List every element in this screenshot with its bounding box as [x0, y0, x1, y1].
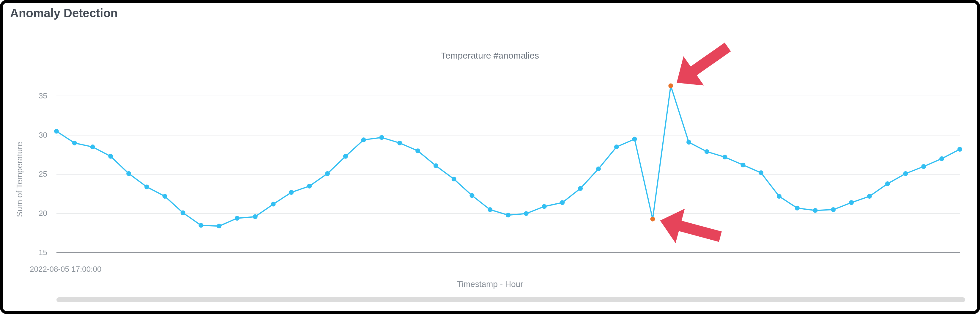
line-chart[interactable] — [21, 77, 966, 262]
data-point[interactable] — [54, 129, 59, 134]
anomaly-detection-panel: Anomaly Detection Temperature #anomalies… — [0, 0, 980, 314]
data-point[interactable] — [199, 223, 203, 228]
data-point[interactable] — [181, 210, 185, 215]
data-point[interactable] — [415, 148, 420, 153]
data-point[interactable] — [434, 163, 438, 168]
panel-title: Anomaly Detection — [10, 6, 118, 20]
y-tick-35: 35 — [39, 91, 47, 100]
data-point[interactable] — [578, 186, 583, 191]
y-tick-30: 30 — [39, 131, 47, 140]
data-point[interactable] — [108, 154, 113, 159]
data-point[interactable] — [542, 204, 547, 209]
data-point[interactable] — [90, 145, 95, 149]
chart-svg — [21, 77, 966, 262]
horizontal-scrollbar[interactable] — [56, 297, 965, 302]
anomaly-point[interactable] — [668, 83, 673, 88]
data-point[interactable] — [614, 145, 619, 149]
data-point[interactable] — [72, 141, 77, 145]
data-point[interactable] — [469, 193, 474, 198]
data-point[interactable] — [325, 171, 330, 176]
data-point[interactable] — [379, 135, 384, 140]
title-divider — [3, 24, 977, 24]
data-point[interactable] — [867, 194, 872, 199]
data-point[interactable] — [452, 177, 457, 182]
data-point[interactable] — [759, 171, 764, 175]
y-tick-15: 15 — [39, 248, 47, 257]
y-tick-25: 25 — [39, 169, 47, 179]
data-point[interactable] — [343, 154, 348, 159]
data-point[interactable] — [632, 137, 637, 142]
data-point[interactable] — [271, 202, 276, 207]
data-point[interactable] — [216, 224, 221, 228]
chart-title: Temperature #anomalies — [3, 51, 977, 61]
data-point[interactable] — [253, 214, 258, 219]
annotation-arrow — [667, 32, 738, 97]
data-point[interactable] — [849, 200, 854, 205]
data-point[interactable] — [488, 207, 492, 212]
data-point[interactable] — [397, 141, 402, 145]
data-point[interactable] — [939, 156, 944, 161]
data-point[interactable] — [235, 216, 240, 221]
data-point[interactable] — [723, 155, 727, 159]
data-point[interactable] — [831, 207, 835, 212]
data-point[interactable] — [145, 185, 149, 190]
data-point[interactable] — [705, 149, 709, 154]
data-point[interactable] — [596, 167, 601, 171]
data-point[interactable] — [126, 171, 131, 176]
data-line — [56, 86, 960, 226]
data-point[interactable] — [162, 194, 167, 199]
data-point[interactable] — [777, 194, 781, 199]
data-point[interactable] — [560, 200, 565, 205]
anomaly-point[interactable] — [650, 217, 655, 222]
data-point[interactable] — [740, 163, 745, 167]
annotation-arrow — [655, 203, 725, 254]
data-point[interactable] — [307, 184, 312, 188]
data-point[interactable] — [289, 190, 294, 195]
data-point[interactable] — [903, 171, 908, 176]
y-tick-20: 20 — [39, 209, 47, 218]
data-point[interactable] — [958, 147, 962, 151]
data-point[interactable] — [795, 206, 800, 210]
data-point[interactable] — [361, 137, 366, 142]
data-point[interactable] — [921, 164, 926, 169]
data-point[interactable] — [506, 213, 511, 217]
data-point[interactable] — [686, 140, 691, 145]
data-point[interactable] — [885, 182, 890, 186]
x-axis-label: Timestamp - Hour — [3, 279, 977, 289]
data-point[interactable] — [524, 211, 529, 216]
x-tick-start: 2022-08-05 17:00:00 — [30, 265, 101, 274]
data-point[interactable] — [813, 208, 818, 213]
